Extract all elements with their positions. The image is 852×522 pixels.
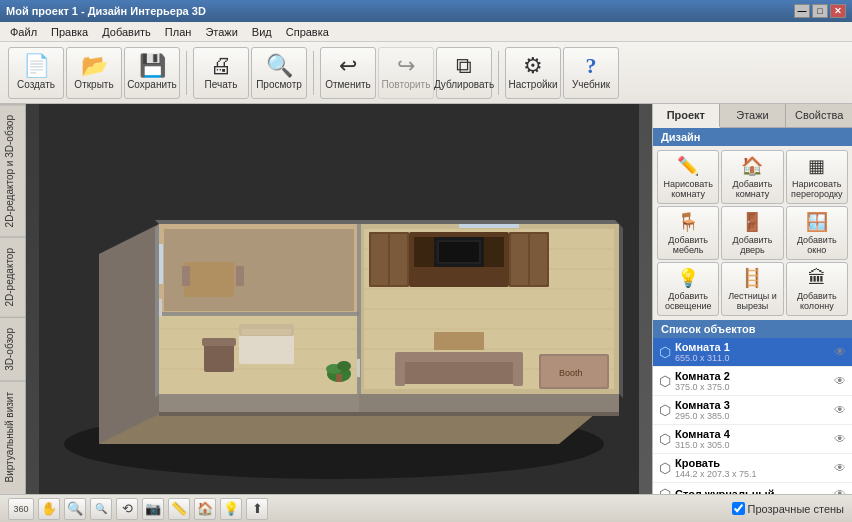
object-size-4: 315.0 x 305.0 — [675, 440, 830, 450]
draw-room-label: Нарисовать комнату — [660, 179, 716, 199]
add-room-label: Добавить комнату — [724, 179, 780, 199]
menu-edit[interactable]: Правка — [45, 24, 94, 40]
transparent-walls-checkbox[interactable]: Прозрачные стены — [732, 502, 844, 515]
object-size-2: 375.0 x 375.0 — [675, 382, 830, 392]
print-button[interactable]: 🖨 Печать — [193, 47, 249, 99]
eye-icon-3[interactable]: 👁 — [834, 403, 846, 417]
tab-2d-3d[interactable]: 2D-редактор и 3D-обзор — [0, 104, 25, 237]
svg-rect-51 — [336, 374, 342, 382]
floor-plan-canvas[interactable]: Booth — [26, 104, 652, 494]
object-item-room4[interactable]: ⬡ Комната 4 315.0 x 305.0 👁 — [653, 425, 852, 454]
eye-icon-4[interactable]: 👁 — [834, 432, 846, 446]
create-button[interactable]: 📄 Создать — [8, 47, 64, 99]
room-icon-4: ⬡ — [659, 431, 671, 447]
menu-view[interactable]: Вид — [246, 24, 278, 40]
svg-text:Booth: Booth — [559, 368, 583, 378]
title-bar: Мой проект 1 - Дизайн Интерьера 3D — □ ✕ — [0, 0, 852, 22]
preview-button[interactable]: 🔍 Просмотр — [251, 47, 307, 99]
tool-measure[interactable]: 📏 — [168, 498, 190, 520]
maximize-button[interactable]: □ — [812, 4, 828, 18]
svg-rect-47 — [459, 224, 519, 228]
object-size-bed: 144.2 x 207.3 x 75.1 — [675, 469, 830, 479]
save-button[interactable]: 💾 Сохранить — [124, 47, 180, 99]
create-label: Создать — [17, 79, 55, 90]
add-lighting-button[interactable]: 💡 Добавить освещение — [657, 262, 719, 316]
draw-room-button[interactable]: ✏️ Нарисовать комнату — [657, 150, 719, 204]
draw-wall-button[interactable]: ▦ Нарисовать перегородку — [786, 150, 848, 204]
eye-icon-2[interactable]: 👁 — [834, 374, 846, 388]
help-icon: ? — [586, 55, 597, 77]
menu-floors[interactable]: Этажи — [199, 24, 243, 40]
object-item-info-4: Комната 4 315.0 x 305.0 — [675, 428, 830, 450]
tab-2d[interactable]: 2D-редактор — [0, 237, 25, 317]
transparent-walls-label: Прозрачные стены — [748, 503, 844, 515]
eye-icon-1[interactable]: 👁 — [834, 345, 846, 359]
object-item-room1[interactable]: ⬡ Комната 1 655.0 x 311.0 👁 — [653, 338, 852, 367]
minimize-button[interactable]: — — [794, 4, 810, 18]
add-furniture-button[interactable]: 🪑 Добавить мебель — [657, 206, 719, 260]
undo-button[interactable]: ↩ Отменить — [320, 47, 376, 99]
draw-wall-label: Нарисовать перегородку — [789, 179, 845, 199]
menu-file[interactable]: Файл — [4, 24, 43, 40]
add-lighting-icon: 💡 — [677, 267, 699, 289]
tab-virtual[interactable]: Виртуальный визит — [0, 381, 25, 493]
tab-floors[interactable]: Этажи — [720, 104, 787, 127]
eye-icon-bed[interactable]: 👁 — [834, 461, 846, 475]
panel-tabs: Проект Этажи Свойства — [653, 104, 852, 128]
object-item-table[interactable]: ⬡ Стол журнальный 👁 — [653, 483, 852, 494]
object-item-room3[interactable]: ⬡ Комната 3 295.0 x 385.0 👁 — [653, 396, 852, 425]
tool-zoom-in[interactable]: 🔍 — [64, 498, 86, 520]
svg-rect-27 — [439, 242, 479, 262]
close-button[interactable]: ✕ — [830, 4, 846, 18]
tab-properties[interactable]: Свойства — [786, 104, 852, 127]
svg-marker-19 — [99, 224, 159, 444]
tool-hand[interactable]: ✋ — [38, 498, 60, 520]
object-list[interactable]: ⬡ Комната 1 655.0 x 311.0 👁 ⬡ Комната 2 … — [653, 338, 852, 494]
add-furniture-icon: 🪑 — [677, 211, 699, 233]
settings-button[interactable]: ⚙ Настройки — [505, 47, 561, 99]
tool-camera[interactable]: 📷 — [142, 498, 164, 520]
tool-upload[interactable]: ⬆ — [246, 498, 268, 520]
svg-rect-43 — [236, 266, 244, 286]
open-label: Открыть — [74, 79, 113, 90]
object-name-table: Стол журнальный — [675, 488, 830, 494]
tab-project[interactable]: Проект — [653, 104, 720, 128]
tool-home[interactable]: 🏠 — [194, 498, 216, 520]
tool-rotate[interactable]: ⟲ — [116, 498, 138, 520]
transparent-walls-input[interactable] — [732, 502, 745, 515]
tool-light[interactable]: 💡 — [220, 498, 242, 520]
duplicate-button[interactable]: ⧉ Дублировать — [436, 47, 492, 99]
object-item-info-3: Комната 3 295.0 x 385.0 — [675, 399, 830, 421]
left-tabs: 2D-редактор и 3D-обзор 2D-редактор 3D-об… — [0, 104, 26, 494]
tab-3d[interactable]: 3D-обзор — [0, 317, 25, 381]
toolbar: 📄 Создать 📂 Открыть 💾 Сохранить 🖨 Печать… — [0, 42, 852, 104]
object-size-1: 655.0 x 311.0 — [675, 353, 830, 363]
menu-add[interactable]: Добавить — [96, 24, 157, 40]
add-door-button[interactable]: 🚪 Добавить дверь — [721, 206, 783, 260]
tool-360[interactable]: 360 — [8, 498, 34, 520]
svg-rect-41 — [184, 262, 234, 297]
3d-view[interactable]: Booth — [26, 104, 652, 494]
open-button[interactable]: 📂 Открыть — [66, 47, 122, 99]
svg-marker-60 — [159, 394, 359, 414]
stairs-button[interactable]: 🪜 Лестницы и вырезы — [721, 262, 783, 316]
object-name-4: Комната 4 — [675, 428, 830, 440]
svg-rect-42 — [182, 266, 190, 286]
add-window-button[interactable]: 🪟 Добавить окно — [786, 206, 848, 260]
add-column-button[interactable]: 🏛 Добавить колонну — [786, 262, 848, 316]
object-item-bed[interactable]: ⬡ Кровать 144.2 x 207.3 x 75.1 👁 — [653, 454, 852, 483]
design-section-title: Дизайн — [653, 128, 852, 146]
svg-rect-35 — [399, 352, 519, 362]
help-button[interactable]: ? Учебник — [563, 47, 619, 99]
eye-icon-table[interactable]: 👁 — [834, 487, 846, 494]
right-panel: Проект Этажи Свойства Дизайн ✏️ Нарисова… — [652, 104, 852, 494]
add-door-icon: 🚪 — [741, 211, 763, 233]
svg-marker-63 — [155, 220, 619, 224]
object-item-room2[interactable]: ⬡ Комната 2 375.0 x 375.0 👁 — [653, 367, 852, 396]
menu-plan[interactable]: План — [159, 24, 198, 40]
print-label: Печать — [205, 79, 238, 90]
tool-zoom-out[interactable]: 🔍 — [90, 498, 112, 520]
add-room-button[interactable]: 🏠 Добавить комнату — [721, 150, 783, 204]
menu-help[interactable]: Справка — [280, 24, 335, 40]
redo-button[interactable]: ↪ Повторить — [378, 47, 434, 99]
